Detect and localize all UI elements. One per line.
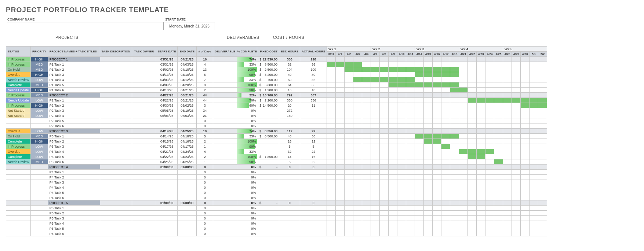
gantt-cell[interactable]	[459, 62, 468, 67]
pct-cell[interactable]: 0%	[237, 113, 257, 118]
pct-cell[interactable]: 90%	[237, 144, 257, 149]
gantt-cell[interactable]	[459, 149, 468, 154]
gantt-cell[interactable]	[494, 118, 503, 123]
priority-cell[interactable]: LOW	[31, 108, 48, 113]
gantt-cell[interactable]	[468, 216, 477, 221]
gantt-cell[interactable]	[433, 103, 441, 108]
days-cell[interactable]: 0	[197, 226, 213, 231]
gantt-cell[interactable]	[371, 154, 380, 159]
gantt-cell[interactable]	[345, 144, 353, 149]
days-cell[interactable]: 44	[197, 98, 213, 103]
gantt-cell[interactable]	[353, 190, 362, 195]
name-cell[interactable]: P2 Task 3	[48, 108, 100, 113]
est-cell[interactable]: 272	[279, 108, 300, 113]
gantt-cell[interactable]	[353, 180, 362, 185]
gantt-cell[interactable]	[494, 144, 503, 149]
owner-cell[interactable]	[132, 175, 156, 180]
status-cell[interactable]	[6, 200, 31, 206]
days-cell[interactable]: 0	[197, 185, 213, 190]
gantt-cell[interactable]	[530, 139, 538, 144]
gantt-cell[interactable]	[530, 159, 538, 165]
gantt-cell[interactable]	[362, 93, 371, 98]
gantt-cell[interactable]	[397, 108, 406, 113]
gantt-cell[interactable]	[503, 103, 512, 108]
gantt-cell[interactable]	[389, 185, 397, 190]
gantt-cell[interactable]	[538, 93, 547, 98]
gantt-cell[interactable]	[389, 103, 397, 108]
gantt-cell[interactable]	[459, 82, 468, 88]
gantt-cell[interactable]	[485, 98, 494, 103]
gantt-cell[interactable]	[485, 123, 494, 129]
gantt-cell[interactable]	[345, 72, 353, 77]
gantt-cell[interactable]	[530, 82, 538, 88]
gantt-cell[interactable]	[380, 93, 389, 98]
gantt-cell[interactable]	[371, 221, 380, 226]
desc-cell[interactable]	[100, 134, 132, 139]
gantt-cell[interactable]	[530, 62, 538, 67]
gantt-cell[interactable]	[450, 129, 459, 134]
gantt-cell[interactable]	[362, 211, 371, 216]
act-cell[interactable]: 56	[300, 82, 327, 88]
gantt-cell[interactable]	[389, 123, 397, 129]
gantt-cell[interactable]	[530, 231, 538, 236]
gantt-cell[interactable]	[336, 165, 345, 170]
est-cell[interactable]: 20	[279, 103, 300, 108]
gantt-cell[interactable]	[468, 200, 477, 206]
start-cell[interactable]: 04/15/25	[156, 139, 177, 144]
est-cell[interactable]: 112	[279, 129, 300, 134]
gantt-cell[interactable]	[450, 108, 459, 113]
deliverable-cell[interactable]	[213, 149, 237, 154]
gantt-cell[interactable]	[530, 57, 538, 62]
gantt-cell[interactable]	[485, 216, 494, 221]
gantt-cell[interactable]	[397, 165, 406, 170]
task-row[interactable]: On HoldMEDP1 Task 204/02/2504/18/2513100…	[6, 67, 547, 72]
gantt-cell[interactable]	[521, 93, 530, 98]
gantt-cell[interactable]	[336, 113, 345, 118]
gantt-cell[interactable]	[353, 195, 362, 200]
gantt-cell[interactable]	[441, 216, 450, 221]
gantt-cell[interactable]	[362, 170, 371, 175]
owner-cell[interactable]	[132, 103, 156, 108]
gantt-cell[interactable]	[459, 129, 468, 134]
gantt-cell[interactable]	[362, 103, 371, 108]
gantt-cell[interactable]	[494, 206, 503, 211]
gantt-cell[interactable]	[380, 129, 389, 134]
gantt-cell[interactable]	[345, 103, 353, 108]
gantt-cell[interactable]	[424, 190, 433, 195]
est-cell[interactable]: 350	[279, 98, 300, 103]
gantt-cell[interactable]	[406, 159, 415, 165]
gantt-cell[interactable]	[424, 88, 433, 93]
gantt-cell[interactable]	[459, 113, 468, 118]
gantt-cell[interactable]	[433, 206, 441, 211]
gantt-cell[interactable]	[530, 185, 538, 190]
end-cell[interactable]: 06/21/25	[178, 93, 197, 98]
act-cell[interactable]: 367	[300, 93, 327, 98]
gantt-cell[interactable]	[353, 93, 362, 98]
gantt-cell[interactable]	[512, 88, 521, 93]
name-cell[interactable]: P5 Task 2	[48, 211, 100, 216]
gantt-cell[interactable]	[468, 211, 477, 216]
owner-cell[interactable]	[132, 149, 156, 154]
est-cell[interactable]	[279, 231, 300, 236]
gantt-cell[interactable]	[494, 200, 503, 206]
start-cell[interactable]	[156, 170, 177, 175]
gantt-cell[interactable]	[503, 123, 512, 129]
cost-cell[interactable]: $3,200.00	[257, 72, 279, 77]
gantt-cell[interactable]	[494, 216, 503, 221]
cost-cell[interactable]: $6,380.00	[257, 82, 279, 88]
gantt-cell[interactable]	[362, 113, 371, 118]
days-cell[interactable]: 0	[197, 195, 213, 200]
gantt-cell[interactable]	[380, 216, 389, 221]
gantt-cell[interactable]	[512, 231, 521, 236]
name-cell[interactable]: P3 Task 6	[48, 159, 100, 165]
owner-cell[interactable]	[132, 165, 156, 170]
gantt-cell[interactable]	[371, 129, 380, 134]
gantt-cell[interactable]	[336, 88, 345, 93]
pct-cell[interactable]: 0%	[237, 185, 257, 190]
gantt-cell[interactable]	[380, 88, 389, 93]
gantt-cell[interactable]	[477, 108, 485, 113]
desc-cell[interactable]	[100, 62, 132, 67]
cost-cell[interactable]	[257, 139, 279, 144]
days-cell[interactable]: 0	[197, 221, 213, 226]
desc-cell[interactable]	[100, 211, 132, 216]
